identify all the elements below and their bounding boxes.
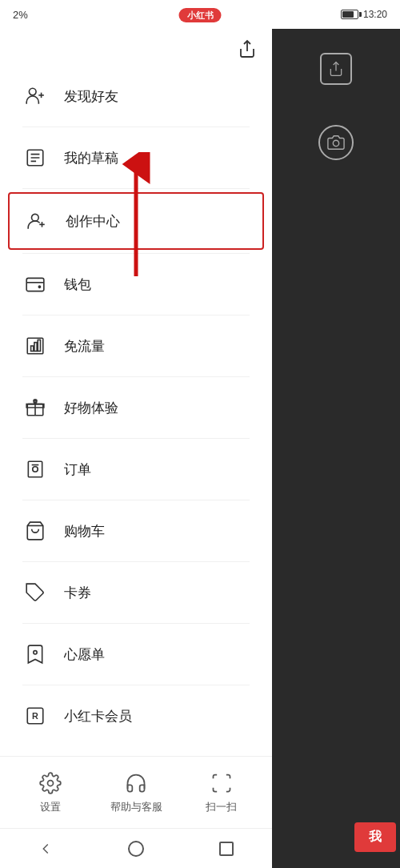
svg-point-23 bbox=[48, 780, 54, 786]
sidebar-item-drafts[interactable]: 我的草稿 bbox=[0, 131, 272, 185]
divider-4 bbox=[22, 315, 250, 315]
scan-label: 扫一扫 bbox=[206, 800, 237, 814]
sidebar-item-good-experience[interactable]: 好物体验 bbox=[0, 380, 272, 435]
good-experience-label: 好物体验 bbox=[64, 399, 118, 417]
divider-8 bbox=[22, 561, 250, 562]
divider-9 bbox=[22, 623, 250, 624]
free-data-icon bbox=[22, 333, 48, 359]
svg-rect-16 bbox=[28, 461, 42, 477]
right-panel: 我 bbox=[272, 29, 400, 868]
coupons-label: 卡券 bbox=[64, 584, 91, 602]
scan-icon bbox=[210, 771, 234, 795]
svg-point-5 bbox=[32, 214, 39, 221]
wishlist-label: 心愿单 bbox=[64, 645, 105, 664]
share-right-icon[interactable] bbox=[320, 53, 352, 85]
nav-home[interactable] bbox=[116, 833, 156, 865]
person-add-icon bbox=[22, 83, 48, 109]
divider-2 bbox=[22, 188, 250, 189]
menu-list: 发现好友 我的草稿 创作中心 bbox=[0, 61, 272, 756]
main-container: 发现好友 我的草稿 创作中心 bbox=[0, 29, 400, 868]
sidebar-item-free-data[interactable]: 免流量 bbox=[0, 319, 272, 373]
membership-icon: R bbox=[22, 703, 48, 729]
customer-service-item[interactable]: 帮助与客服 bbox=[94, 771, 179, 814]
find-friends-label: 发现好友 bbox=[64, 87, 118, 106]
divider-5 bbox=[22, 376, 250, 377]
scan-item[interactable]: 扫一扫 bbox=[178, 771, 264, 814]
divider-1 bbox=[22, 127, 250, 127]
creation-center-icon bbox=[24, 208, 50, 234]
settings-label: 设置 bbox=[40, 800, 61, 814]
svg-point-20 bbox=[34, 651, 37, 654]
free-data-label: 免流量 bbox=[64, 337, 105, 356]
svg-rect-12 bbox=[34, 343, 37, 352]
divider-6 bbox=[22, 438, 250, 439]
gift-icon bbox=[22, 395, 48, 420]
settings-icon bbox=[38, 771, 62, 795]
wishlist-icon bbox=[22, 641, 48, 667]
share-icon[interactable] bbox=[235, 37, 259, 61]
svg-point-9 bbox=[38, 286, 40, 287]
sidebar-item-orders[interactable]: 订单 bbox=[0, 442, 272, 496]
headset-icon bbox=[124, 771, 148, 795]
app-logo: 小红书 bbox=[179, 7, 222, 22]
svg-point-25 bbox=[333, 140, 338, 146]
camera-button[interactable] bbox=[318, 125, 354, 160]
sidebar-item-shopping-cart[interactable]: 购物车 bbox=[0, 504, 272, 558]
status-bar: 2% 小红书 13:20 bbox=[0, 0, 400, 29]
orders-icon bbox=[22, 456, 48, 482]
xiaohongshu-badge: 小红书 bbox=[179, 8, 222, 22]
battery-icon bbox=[341, 10, 358, 19]
sidebar-item-find-friends[interactable]: 发现好友 bbox=[0, 69, 272, 123]
svg-point-1 bbox=[29, 88, 36, 95]
svg-text:R: R bbox=[32, 711, 38, 721]
divider-10 bbox=[22, 685, 250, 685]
nav-recent[interactable] bbox=[206, 833, 246, 865]
nav-bar bbox=[0, 828, 272, 868]
wo-tab-button[interactable]: 我 bbox=[354, 822, 396, 852]
svg-point-17 bbox=[33, 467, 38, 472]
sidebar-item-coupons[interactable]: 卡券 bbox=[0, 565, 272, 620]
sidebar-item-wallet[interactable]: 钱包 bbox=[0, 257, 272, 311]
status-time: 13:20 bbox=[363, 9, 387, 20]
sidebar-item-membership[interactable]: R 小红卡会员 bbox=[0, 689, 272, 743]
wallet-icon bbox=[22, 271, 48, 297]
sidebar-item-creation-center[interactable]: 创作中心 bbox=[8, 192, 264, 250]
status-right: 13:20 bbox=[339, 9, 387, 20]
customer-service-label: 帮助与客服 bbox=[110, 800, 162, 814]
coupon-icon bbox=[22, 580, 48, 605]
shopping-cart-label: 购物车 bbox=[64, 522, 105, 540]
creation-center-label: 创作中心 bbox=[66, 212, 120, 231]
drafts-icon bbox=[22, 145, 48, 171]
divider-3 bbox=[22, 253, 250, 254]
membership-label: 小红卡会员 bbox=[64, 707, 132, 725]
divider-7 bbox=[22, 500, 250, 500]
bottom-toolbar: 设置 帮助与客服 bbox=[0, 756, 272, 828]
svg-rect-8 bbox=[26, 278, 44, 291]
svg-rect-11 bbox=[31, 346, 34, 352]
sidebar-menu: 发现好友 我的草稿 创作中心 bbox=[0, 29, 272, 868]
svg-rect-13 bbox=[38, 340, 40, 351]
sidebar-item-wishlist[interactable]: 心愿单 bbox=[0, 627, 272, 681]
status-battery: 2% bbox=[13, 9, 28, 21]
shopping-cart-icon bbox=[22, 518, 48, 544]
nav-back[interactable] bbox=[26, 833, 66, 865]
drafts-label: 我的草稿 bbox=[64, 149, 118, 167]
wallet-label: 钱包 bbox=[64, 275, 91, 294]
orders-label: 订单 bbox=[64, 460, 91, 479]
settings-item[interactable]: 设置 bbox=[8, 771, 94, 814]
